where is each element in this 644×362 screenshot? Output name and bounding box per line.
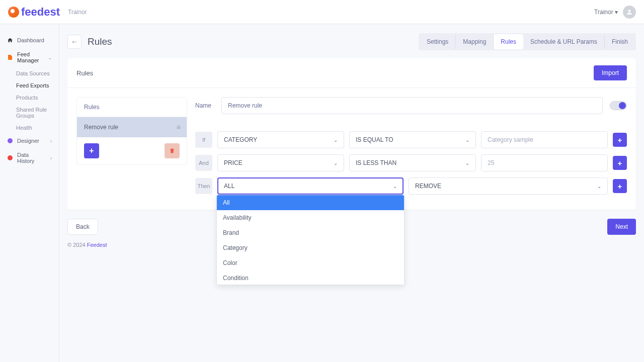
operator-select[interactable]: IS EQUAL TO ⌄ [349, 131, 476, 148]
cond-label-then: Then [195, 178, 212, 194]
cond-label-if: If [195, 132, 212, 148]
file-icon [7, 54, 13, 60]
logo-wrap: feedest Trainor [8, 6, 87, 19]
tab-mapping[interactable]: Mapping [456, 34, 494, 49]
action-select[interactable]: REMOVE ⌄ [409, 177, 608, 195]
chevron-down-icon: ⌄ [465, 160, 469, 166]
chevron-down-icon: ⌄ [465, 137, 469, 143]
dropdown-option[interactable]: Category [217, 240, 404, 255]
action-value: REMOVE [415, 183, 441, 190]
condition-row-then: Then ALL ⌄ All Availability Brand Catego… [195, 177, 627, 195]
rules-panel-head: Rules [77, 98, 187, 117]
add-condition-button[interactable]: + [613, 156, 627, 170]
add-condition-button[interactable]: + [613, 133, 627, 147]
chevron-down-icon: ⌄ [334, 160, 338, 166]
rule-item[interactable]: Remove rule ≡ [77, 117, 187, 137]
svg-point-1 [8, 155, 13, 160]
delete-rule-button[interactable] [165, 143, 180, 158]
logo[interactable]: feedest [8, 6, 60, 19]
trash-icon [169, 148, 175, 154]
copyright: © 2024 [67, 242, 87, 248]
op-value: IS EQUAL TO [356, 136, 393, 143]
back-button[interactable]: Back [67, 219, 98, 235]
chevron-down-icon: ⌄ [393, 184, 397, 189]
chevron-right-icon: › [50, 155, 52, 161]
drag-icon[interactable]: ≡ [177, 123, 180, 131]
field-select[interactable]: PRICE ⌄ [217, 154, 344, 171]
svg-point-0 [8, 138, 13, 143]
sidebar-item-health[interactable]: Health [0, 122, 59, 134]
field-value: PRICE [224, 159, 243, 166]
field-select[interactable]: ALL ⌄ [217, 177, 404, 195]
rule-config: Name If CATEGORY ⌄ IS EQUAL TO ⌄ [195, 97, 627, 201]
tab-settings[interactable]: Settings [420, 34, 456, 49]
brand-sub: Trainor [68, 9, 87, 16]
sidebar-item-designer[interactable]: Designer › [0, 134, 59, 148]
chart-icon [7, 155, 13, 161]
page-head: ← Rules Settings Mapping Rules Schedule … [67, 33, 636, 50]
card-body: Rules Remove rule ≡ + Name [67, 88, 636, 210]
import-button[interactable]: Import [594, 65, 627, 80]
dropdown-option[interactable]: Availability [217, 210, 404, 225]
user-menu[interactable]: Trainor ▾ [594, 9, 618, 16]
value-input[interactable] [481, 131, 608, 148]
tabs: Settings Mapping Rules Schedule & URL Pa… [419, 33, 636, 50]
header: feedest Trainor Trainor ▾ [0, 0, 644, 24]
condition-row-if: If CATEGORY ⌄ IS EQUAL TO ⌄ + [195, 131, 627, 148]
nav-label: Data History [17, 152, 46, 164]
page-title: Rules [88, 36, 112, 47]
add-rule-button[interactable]: + [84, 143, 99, 158]
avatar-icon[interactable] [623, 6, 636, 19]
main: ← Rules Settings Mapping Rules Schedule … [59, 24, 644, 362]
name-label: Name [195, 102, 214, 109]
sidebar: Dashboard Feed Manager ⌄ Data Sources Fe… [0, 24, 59, 362]
tab-rules[interactable]: Rules [494, 34, 523, 49]
op-value: IS LESS THAN [356, 159, 396, 166]
brand-name: feedest [21, 6, 60, 19]
field-select[interactable]: CATEGORY ⌄ [217, 131, 344, 148]
sidebar-item-feed-exports[interactable]: Feed Exports [0, 79, 59, 92]
chevron-down-icon: ⌄ [334, 137, 338, 143]
card-head: Rules Import [67, 58, 636, 88]
rule-name-input[interactable] [221, 97, 603, 114]
sidebar-item-data-history[interactable]: Data History › [0, 148, 59, 168]
dropdown-option[interactable]: Color [217, 255, 404, 270]
rules-actions: + [77, 137, 187, 164]
sidebar-item-feed-manager[interactable]: Feed Manager ⌄ [0, 47, 59, 67]
add-action-button[interactable]: + [613, 179, 627, 193]
operator-select[interactable]: IS LESS THAN ⌄ [349, 154, 476, 171]
dropdown-option[interactable]: Brand [217, 225, 404, 240]
chevron-down-icon: ⌄ [597, 184, 601, 189]
chevron-down-icon: ⌄ [48, 55, 52, 60]
card-title: Rules [76, 69, 93, 77]
sidebar-item-data-sources[interactable]: Data Sources [0, 67, 59, 79]
dropdown-option[interactable]: Condition [217, 270, 404, 285]
field-select-wrap: ALL ⌄ All Availability Brand Category Co… [217, 177, 404, 195]
nav-label: Feed Manager [17, 51, 44, 63]
sidebar-item-products[interactable]: Products [0, 92, 59, 104]
tab-schedule[interactable]: Schedule & URL Params [523, 34, 605, 49]
chevron-right-icon: › [50, 138, 52, 144]
tab-finish[interactable]: Finish [605, 34, 635, 49]
nav-label: Dashboard [17, 37, 44, 43]
cond-label-and: And [195, 155, 212, 171]
name-row: Name [195, 97, 627, 121]
sidebar-item-shared-rule-groups[interactable]: Shared Rule Groups [0, 104, 59, 122]
sidebar-item-dashboard[interactable]: Dashboard [0, 33, 59, 47]
value-input[interactable] [481, 154, 608, 171]
footer-link[interactable]: Feedest [87, 242, 107, 248]
back-button[interactable]: ← [67, 35, 82, 49]
field-value: CATEGORY [224, 136, 257, 143]
rules-panel: Rules Remove rule ≡ + [76, 97, 187, 165]
rule-item-label: Remove rule [84, 124, 118, 131]
condition-row-and: And PRICE ⌄ IS LESS THAN ⌄ + [195, 154, 627, 171]
next-button[interactable]: Next [607, 219, 636, 235]
palette-icon [7, 138, 13, 144]
dropdown-option[interactable]: All [217, 195, 404, 210]
logo-mark-icon [8, 7, 19, 18]
nav-label: Designer [17, 138, 39, 144]
header-right: Trainor ▾ [594, 6, 636, 19]
rule-active-toggle[interactable] [610, 101, 627, 110]
field-value: ALL [224, 183, 234, 190]
rules-card: Rules Import Rules Remove rule ≡ + [67, 58, 636, 210]
